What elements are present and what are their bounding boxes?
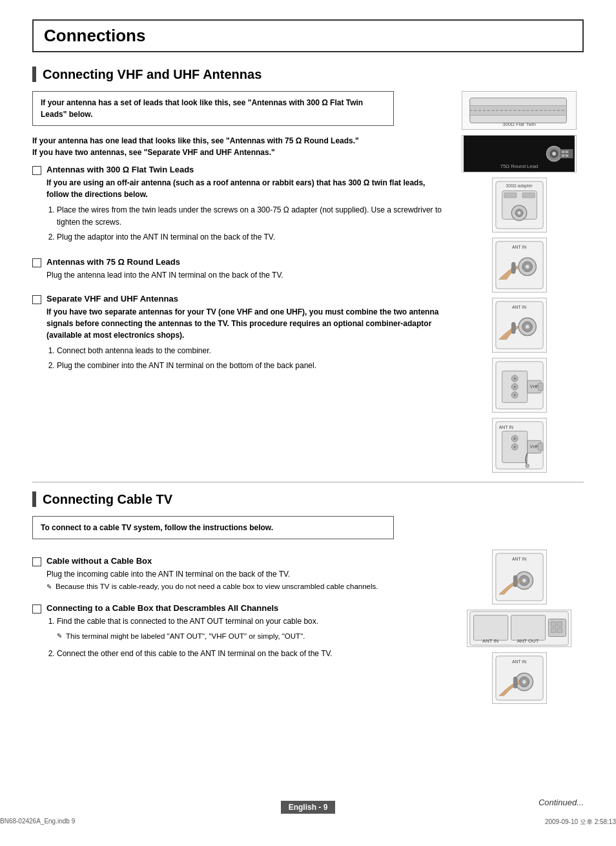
svg-text:300Ω adapter: 300Ω adapter [506,183,533,189]
footer: English - 9 BN68-02426A_Eng.indb 9 2009-… [0,801,616,827]
subsection-300ohm-title: Antennas with 300 Ω Flat Twin Leads [46,165,448,174]
svg-rect-27 [511,262,515,274]
subsection-cable-no-box-content: Cable without a Cable Box Plug the incom… [46,556,448,593]
info-box-text: If your antenna has a set of leads that … [41,98,363,119]
steps-cable-with-box: Find the cable that is connected to the … [57,615,448,660]
svg-rect-19 [504,192,517,198]
main-title: Connections [44,26,145,45]
section-cable-header: Connecting Cable TV [32,491,584,507]
checkbox-cable-no-box [32,557,41,566]
diagram-cable-ant-in: ANT IN [492,550,547,604]
svg-point-41 [513,394,516,397]
subsection-cable-no-box-title: Cable without a Cable Box [46,556,448,566]
date-info: 2009-09-10 오후 2:58:13 [545,818,616,827]
diagram-combiner: VHF [492,358,547,413]
svg-text:ANT OUT: ANT OUT [517,638,539,644]
section-vhf-title: Connecting VHF and UHF Antennas [43,67,262,82]
svg-point-39 [513,386,516,388]
svg-rect-54 [538,443,543,451]
subsection-cable-no-box-desc: Plug the incoming cable into the ANT IN … [46,568,448,580]
svg-rect-63 [474,615,508,641]
svg-text:VHF: VHF [529,384,539,389]
note-cable-no-box-text: Because this TV is cable-ready, you do n… [56,583,378,590]
svg-point-60 [522,579,526,583]
subsection-cable-no-box: Cable without a Cable Box Plug the incom… [32,556,448,593]
svg-rect-10 [565,150,568,153]
subsection-75ohm: Antennas with 75 Ω Round Leads Plug the … [32,257,448,284]
svg-rect-69 [557,621,562,626]
svg-rect-71 [557,628,562,633]
diagram-ant-in-75ohm: ANT IN [492,298,547,353]
svg-rect-44 [538,383,543,391]
info-box-cable-text: To connect to a cable TV system, follow … [41,523,273,532]
step-separate-1: Connect both antenna leads to the combin… [57,345,448,357]
subsection-75ohm-content: Antennas with 75 Ω Round Leads Plug the … [46,257,448,284]
svg-point-18 [517,211,520,214]
svg-rect-61 [513,575,517,587]
image-column-cable: ANT IN ANT IN ANT OUT [455,550,584,704]
checkbox-cable-with-box [32,604,41,614]
steps-300ohm: Place the wires from the twin leads unde… [57,204,448,244]
subsection-300ohm-desc: If you are using an off-air antenna (suc… [46,177,448,200]
text-column-vhf: If your antenna has a set of leads that … [32,91,455,473]
subsection-separate-content: Separate VHF and UHF Antennas If you hav… [46,294,448,375]
svg-rect-65 [511,615,545,641]
info-box-cable: To connect to a cable TV system, follow … [32,516,394,539]
page-label: English - 9 [281,801,336,814]
svg-point-48 [513,437,516,440]
diagram-combiner-ant-in: VHF ANT IN [492,418,547,473]
subsection-cable-with-box-content: Connecting to a Cable Box that Descrambl… [46,603,448,663]
svg-rect-20 [522,192,535,198]
diagram-ant-in-out: ANT IN ANT OUT [467,610,571,647]
file-info: BN68-02426A_Eng.indb 9 [0,818,75,827]
svg-rect-12 [565,154,568,157]
svg-text:VHF: VHF [529,444,539,449]
note-cable-with-box: ✎ This terminal might be labeled "ANT OU… [57,630,448,642]
info-box-vhf: If your antenna has a set of leads that … [32,91,394,126]
svg-point-32 [525,325,529,329]
svg-rect-68 [551,621,556,626]
checkbox-separate [32,295,41,304]
subsection-separate-title: Separate VHF and UHF Antennas [46,294,448,304]
diagram-300ohm-adapter: 300Ω adapter [492,178,547,232]
diagram-round-lead: 75Ω Round Lead [462,135,577,172]
checkbox-300ohm [32,166,41,175]
subsection-300ohm: Antennas with 300 Ω Flat Twin Leads If y… [32,165,448,247]
svg-text:ANT IN: ANT IN [511,245,526,249]
svg-text:ANT IN: ANT IN [511,557,526,561]
section-cable-bar [32,491,36,507]
note-cable-with-box-text: This terminal might be labeled "ANT OUT"… [66,630,305,642]
step-cable-2: Connect the other end of this cable to t… [57,648,448,660]
svg-text:300Ω Flat Twin: 300Ω Flat Twin [502,121,536,127]
svg-text:ANT IN: ANT IN [482,638,498,644]
steps-separate: Connect both antenna leads to the combin… [57,345,448,372]
subsection-300ohm-content: Antennas with 300 Ω Flat Twin Leads If y… [46,165,448,247]
subsection-75ohm-title: Antennas with 75 Ω Round Leads [46,257,448,267]
svg-point-7 [552,152,556,156]
note-icon-2: ✎ [57,631,62,641]
svg-point-55 [525,464,529,468]
text-column-cable: Cable without a Cable Box Plug the incom… [32,550,455,704]
step-300ohm-2: Plug the adaptor into the ANT IN termina… [57,231,448,243]
svg-text:75Ω Round Lead: 75Ω Round Lead [500,163,539,169]
page: Connections Connecting VHF and UHF Anten… [0,0,616,846]
step-300ohm-1: Place the wires from the twin leads unde… [57,204,448,229]
svg-rect-70 [551,628,556,633]
diagram-flat-twin: 300Ω Flat Twin [462,91,577,130]
section-cable-content: Cable without a Cable Box Plug the incom… [32,550,584,704]
section-divider [32,482,584,482]
svg-point-50 [513,446,516,448]
svg-text:ANT IN: ANT IN [498,425,513,429]
svg-rect-77 [513,677,517,688]
section-vhf-content: If your antenna has a set of leads that … [32,91,584,473]
main-title-box: Connections [32,19,584,52]
svg-rect-33 [511,322,515,334]
svg-rect-9 [562,150,565,153]
image-column-vhf: 300Ω Flat Twin 75Ω Round Lead [455,91,584,473]
svg-point-76 [522,680,526,684]
section-bar [32,67,36,82]
subsection-separate-desc: If you have two separate antennas for yo… [46,306,448,341]
footer-info: BN68-02426A_Eng.indb 9 2009-09-10 오후 2:5… [0,818,616,827]
section-vhf-header: Connecting VHF and UHF Antennas [32,67,584,82]
svg-text:ANT IN: ANT IN [511,659,526,664]
